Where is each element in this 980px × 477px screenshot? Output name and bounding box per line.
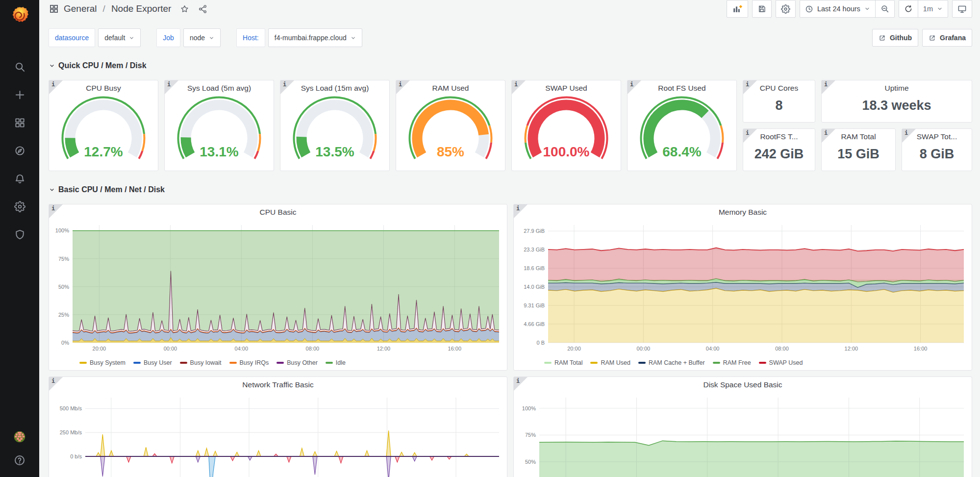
panel-title[interactable]: Sys Load (5m avg) [165,80,274,94]
svg-text:20:00: 20:00 [567,346,581,351]
svg-text:23.3 GiB: 23.3 GiB [524,247,545,252]
panel-info-corner[interactable]: i [628,80,641,94]
svg-text:50%: 50% [58,284,69,290]
alerting-icon[interactable] [14,173,25,184]
gauge-value: 68.4% [662,144,701,159]
panel-title[interactable]: CPU Busy [49,80,158,94]
panel-title[interactable]: SWAP Used [512,80,621,94]
chart-panel-disk-space-used-basic: iDisk Space Used Basic0%25%50%75%100%20:… [513,377,972,477]
panel-info-corner[interactable]: i [822,80,835,94]
configuration-icon[interactable] [14,201,25,212]
time-range-button[interactable]: Last 24 hours [800,0,875,17]
breadcrumb-dashboard[interactable]: Node Exporter [111,3,172,14]
dashboard-settings-button[interactable] [776,0,796,18]
section-basic-cpu[interactable]: Basic CPU / Mem / Net / Disk [49,184,972,195]
variable-value-0[interactable]: default [98,28,141,47]
legend-item[interactable]: RAM Used [590,359,630,366]
section-quick-cpu[interactable]: Quick CPU / Mem / Disk [49,60,972,71]
svg-text:50%: 50% [525,459,536,465]
panel-title[interactable]: Memory Basic [514,204,972,218]
grafana-logo[interactable] [9,5,30,26]
panel-title[interactable]: Network Traffic Basic [49,377,507,391]
help-icon[interactable] [14,454,25,466]
svg-text:0%: 0% [61,340,69,346]
legend-item[interactable]: Busy System [79,359,126,366]
panel-info-corner[interactable]: i [822,129,835,143]
gauge-panel: iSys Load (15m avg)13.5% [280,80,390,171]
legend-item[interactable]: SWAP Used [759,359,803,366]
dashboard-link-grafana[interactable]: Grafana [922,29,972,47]
chart-legend: Busy SystemBusy UserBusy IowaitBusy IRQs… [79,359,346,366]
dashboard-grid-icon [49,4,59,14]
legend-item[interactable]: RAM Free [713,359,751,366]
panel-title[interactable]: RAM Used [396,80,505,94]
template-variables: datasource default Job node Host: f4-mum… [49,28,362,47]
share-icon[interactable] [198,4,207,14]
svg-text:75%: 75% [525,432,536,438]
section-title: Quick CPU / Mem / Disk [58,61,147,70]
svg-text:08:00: 08:00 [306,346,320,351]
panel-info-corner[interactable]: i [514,377,528,391]
gauge-panel: iSys Load (5m avg)13.1% [164,80,274,171]
panel-title[interactable]: Root FS Used [628,80,736,94]
save-dashboard-button[interactable] [752,0,772,18]
refresh-interval-button[interactable]: 1m [918,0,948,17]
legend-item[interactable]: Idle [326,359,346,366]
svg-text:12:00: 12:00 [845,346,858,351]
user-avatar[interactable] [14,431,25,443]
dashboards-icon[interactable] [14,117,25,128]
legend-item[interactable]: RAM Cache + Buffer [638,359,705,366]
server-admin-icon[interactable] [14,228,25,240]
explore-icon[interactable] [14,145,25,156]
panel-title[interactable]: CPU Basic [49,204,507,218]
panel-title[interactable]: Sys Load (15m avg) [280,80,389,94]
stat-panel: iSWAP Tot...8 GiB [902,128,972,171]
svg-text:25%: 25% [58,312,69,318]
panel-info-corner[interactable]: i [396,80,410,94]
variable-value-2[interactable]: f4-mumbai.frappe.cloud [268,28,362,47]
dashboard-link-github[interactable]: Github [872,29,918,47]
panel-info-corner[interactable]: i [514,204,528,218]
grafana-app: General / Node Exporter Last 24 hours [0,0,980,477]
gauge-value: 85% [437,144,464,159]
panel-info-corner[interactable]: i [49,204,63,218]
panel-info-corner[interactable]: i [902,129,916,143]
create-icon[interactable] [14,89,25,100]
chart-plot: 0%25%50%75%100%20:0000:0004:0008:0012:00… [52,221,502,354]
panel-info-corner[interactable]: i [165,80,178,94]
refresh-interval-label: 1m [923,5,933,13]
breadcrumb-folder[interactable]: General [64,3,97,14]
panel-title[interactable]: Uptime [822,80,972,94]
time-range-label: Last 24 hours [817,5,860,13]
panel-info-corner[interactable]: i [280,80,294,94]
gauge-panel: iCPU Busy12.7% [49,80,158,171]
panel-info-corner[interactable]: i [743,80,757,94]
legend-item[interactable]: Busy Iowait [180,359,222,366]
chart-plot: -500 Mb/s-250 Mb/s0 b/s250 Mb/s500 Mb/s2… [52,394,502,477]
legend-item[interactable]: Busy IRQs [229,359,269,366]
svg-text:75%: 75% [58,256,69,262]
chart-plot: 0 B4.66 GiB9.31 GiB14.0 GiB18.6 GiB23.3 … [517,221,967,354]
legend-item[interactable]: Busy Other [276,359,318,366]
panel-info-corner[interactable]: i [49,377,63,391]
panel-info-corner[interactable]: i [743,129,757,143]
sidebar [0,0,39,477]
panel-info-corner[interactable]: i [49,80,63,94]
chevron-down-icon [49,186,55,193]
zoom-out-button[interactable] [875,0,894,17]
svg-text:18.6 GiB: 18.6 GiB [524,265,545,271]
star-icon[interactable] [180,4,189,14]
search-icon[interactable] [14,61,25,73]
cycle-view-button[interactable] [952,0,972,18]
svg-text:04:00: 04:00 [706,346,720,351]
panel-info-corner[interactable]: i [512,80,526,94]
refresh-button[interactable] [899,0,918,17]
stats-grid: iCPU Cores8iUptime18.3 weeksiRootFS T...… [743,80,972,171]
add-panel-button[interactable] [727,0,748,18]
legend-item[interactable]: Busy User [133,359,172,366]
gauge-panel: iRoot FS Used68.4% [627,80,737,171]
chevron-down-icon [49,62,55,69]
panel-title[interactable]: Disk Space Used Basic [514,377,972,391]
legend-item[interactable]: RAM Total [544,359,582,366]
variable-value-1[interactable]: node [183,28,221,47]
